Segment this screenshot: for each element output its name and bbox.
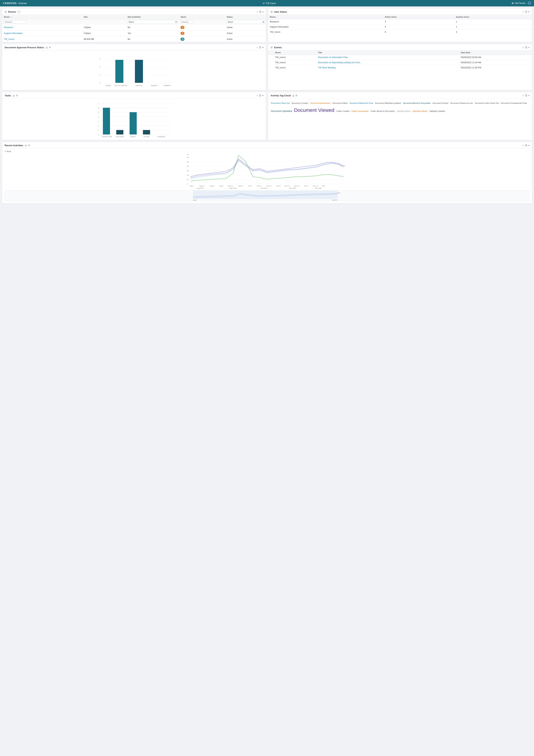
approval-controls: ⤢ ☰ ▾ bbox=[257, 46, 264, 49]
user-status-title: User Status bbox=[274, 11, 287, 13]
recent-chart-icon[interactable]: 📊 bbox=[25, 145, 27, 147]
rooms-info-icon[interactable]: i bbox=[17, 10, 20, 13]
rooms-title-row: ⊞ Rooms i bbox=[5, 10, 20, 13]
tag-item[interactable]: Document Marked As Final bbox=[350, 102, 373, 104]
ev-col-date[interactable]: Start Date ↓ bbox=[459, 50, 532, 55]
ra-x-oct11: Oct 11 bbox=[257, 185, 262, 187]
user-status-chevron[interactable]: ▾ bbox=[528, 11, 529, 13]
alerts-search-input[interactable] bbox=[180, 20, 192, 24]
events-expand-icon[interactable]: ⤢ bbox=[522, 46, 524, 49]
col-size[interactable]: Size bbox=[82, 15, 126, 19]
table-view-icon[interactable]: ⊞ bbox=[5, 10, 7, 13]
ev-title-cell: Discussion on Information Flow bbox=[316, 55, 459, 60]
ev-col-room-name[interactable]: Room bbox=[273, 50, 316, 55]
room-link[interactable]: TW_room1 bbox=[4, 38, 14, 40]
tag-item[interactable]: Highlight Added bbox=[397, 110, 411, 112]
tag-item[interactable]: Folder Downloaded bbox=[351, 110, 369, 112]
col-new-activities[interactable]: New Activities bbox=[126, 15, 179, 19]
tag-item[interactable]: Document Moved to Recyclebin bbox=[403, 102, 431, 104]
col-alerts[interactable]: Alerts bbox=[179, 15, 225, 19]
tag-item[interactable]: Document Created bbox=[292, 102, 308, 104]
activities-filter-select[interactable]: Select bbox=[127, 20, 178, 24]
ev-date-cell: 09/15/2022 12:38 PM bbox=[459, 65, 532, 70]
ty4: 4 bbox=[98, 116, 99, 118]
user-status-header-row: Room ↑ Active Users Inactive Users bbox=[268, 15, 532, 19]
tag-item[interactable]: Document Unmarked As Final bbox=[501, 102, 527, 104]
tag-item[interactable]: Document Undo Check Out bbox=[475, 102, 499, 104]
recent-expand-icon[interactable]: ⤢ bbox=[522, 144, 524, 147]
menu-icon[interactable]: ☰ bbox=[259, 10, 262, 13]
room-link[interactable]: Research bbox=[4, 26, 13, 29]
main-content: ⊞ Rooms i ⤢ ☰ ▾ Room ↑ bbox=[0, 6, 534, 208]
recent-grid-icon[interactable]: ⊞ bbox=[28, 144, 30, 147]
tag-item[interactable]: Highlight Deleted bbox=[413, 110, 427, 112]
event-title-link[interactable]: Discussion on improvising existing set o… bbox=[318, 61, 362, 64]
ty2: 2 bbox=[98, 125, 99, 127]
ra-x-sep11: Sep 11 bbox=[228, 185, 233, 187]
chevron-icon[interactable]: ▾ bbox=[263, 11, 264, 13]
tag-cloud-chevron[interactable]: ▾ bbox=[528, 94, 529, 96]
tag-item[interactable]: Document Downloaded bbox=[310, 102, 330, 104]
ra-y20: 20 bbox=[187, 175, 189, 176]
tasks-grid-icon[interactable]: ⊞ bbox=[16, 94, 18, 97]
user-status-table-icon[interactable]: ⊞ bbox=[270, 10, 273, 13]
approval-grid-icon[interactable]: ⊞ bbox=[49, 46, 51, 49]
tag-cloud-expand-icon[interactable]: ⤢ bbox=[522, 94, 524, 97]
ra-sub-oct: Oct 2022 bbox=[261, 187, 267, 189]
approval-expand-icon[interactable]: ⤢ bbox=[257, 46, 258, 49]
col-room[interactable]: Room ↑ bbox=[2, 15, 82, 19]
events-controls: ⤢ ☰ ▾ bbox=[522, 46, 529, 49]
tag-item[interactable]: Document MetaData Updated bbox=[375, 102, 401, 104]
approval-menu-icon[interactable]: ☰ bbox=[259, 46, 262, 49]
us-col-inactive[interactable]: Inactive Users bbox=[454, 15, 532, 19]
us-room-cell: Research bbox=[268, 19, 383, 24]
us-col-room[interactable]: Room ↑ bbox=[268, 15, 383, 19]
user-status-menu-icon[interactable]: ☰ bbox=[525, 10, 527, 13]
back-button[interactable]: ↩ Back bbox=[5, 150, 529, 152]
approval-chevron[interactable]: ▾ bbox=[263, 46, 264, 48]
x-published: Published bbox=[164, 85, 170, 86]
tag-cloud-grid-icon[interactable]: ⊞ bbox=[296, 94, 297, 97]
tag-cloud-menu-icon[interactable]: ☰ bbox=[525, 94, 527, 97]
tasks-chevron[interactable]: ▾ bbox=[263, 94, 264, 96]
tag-item[interactable]: Folder Created bbox=[336, 110, 349, 112]
ev-col-title[interactable]: Title bbox=[316, 50, 459, 55]
recent-chevron[interactable]: ▾ bbox=[528, 145, 529, 147]
recent-menu-icon[interactable]: ☰ bbox=[525, 144, 527, 147]
col-status[interactable]: Status bbox=[225, 15, 266, 19]
tag-item[interactable]: Folder Moved to Recyclebin bbox=[370, 110, 394, 112]
tasks-chart-icon[interactable]: 📊 bbox=[13, 94, 14, 96]
ra-sub-aug: Aug 2022 bbox=[197, 187, 204, 189]
approval-header: Document Approval Process Status 📊 ⊞ ⤢ ☰… bbox=[2, 44, 266, 50]
tag-item[interactable]: Document Edited bbox=[333, 102, 347, 104]
tag-item[interactable]: Document Shared as Link bbox=[450, 102, 473, 104]
events-chevron[interactable]: ▾ bbox=[528, 46, 529, 48]
tag-item[interactable]: Document Uploaded bbox=[271, 110, 292, 112]
approval-chart-icon[interactable]: 📊 bbox=[45, 46, 47, 48]
event-title-link[interactable]: Discussion on Information Flow bbox=[318, 56, 348, 59]
room-search-input[interactable] bbox=[3, 20, 26, 24]
add-tenant-button[interactable]: ⊕ Add Tenant bbox=[512, 2, 525, 5]
tag-item[interactable]: Document Check Out bbox=[271, 102, 290, 104]
table-row: TW_room1 Discussion on Information Flow … bbox=[268, 55, 532, 60]
tag-item[interactable]: Document Printed bbox=[433, 102, 448, 104]
events-table-icon[interactable]: ⊞ bbox=[270, 46, 273, 49]
user-status-expand-icon[interactable]: ⤢ bbox=[522, 11, 524, 13]
tag-item[interactable]: Document Viewed bbox=[294, 107, 335, 113]
tasks-title: Tasks bbox=[5, 94, 11, 97]
recent-activities-title-row: Recent Activities 📊 ⊞ bbox=[5, 144, 30, 147]
event-title-link[interactable]: TW Team Meeting bbox=[318, 67, 335, 69]
user-account-icon[interactable]: 👤 bbox=[528, 1, 531, 5]
room-link[interactable]: Support Information bbox=[4, 32, 23, 35]
room-status-cell: Active bbox=[225, 36, 266, 42]
ra-x-aug1: Aug 1 bbox=[190, 185, 194, 187]
us-col-active[interactable]: Active Users bbox=[383, 15, 454, 19]
events-menu-icon[interactable]: ☰ bbox=[525, 46, 527, 49]
tasks-expand-icon[interactable]: ⤢ bbox=[257, 94, 258, 97]
expand-icon[interactable]: ⤢ bbox=[257, 11, 258, 13]
tag-item[interactable]: Highlight Updated bbox=[429, 110, 445, 112]
tag-cloud-title-row: Activity Tag Cloud 📊 ⊞ bbox=[270, 94, 297, 97]
tasks-menu-icon[interactable]: ☰ bbox=[259, 94, 262, 97]
tag-cloud-chart-icon[interactable]: 📊 bbox=[292, 94, 294, 96]
status-filter-select[interactable]: Select bbox=[226, 20, 265, 24]
